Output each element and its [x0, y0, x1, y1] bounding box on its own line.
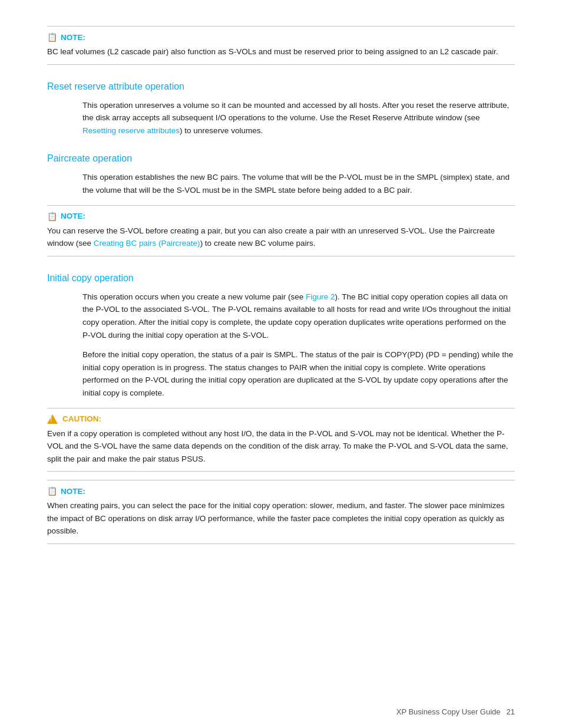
note-label-1: 📋 NOTE:: [47, 32, 515, 42]
page: 📋 NOTE: BC leaf volumes (L2 cascade pair…: [0, 0, 562, 728]
section-paircreate-body: This operation establishes the new BC pa…: [82, 171, 515, 196]
resetting-reserve-attributes-link[interactable]: Resetting reserve attributes: [82, 126, 180, 135]
section-heading-reset: Reset reserve attribute operation: [47, 81, 515, 92]
caution-triangle-icon: [47, 414, 58, 424]
footer-text: XP Business Copy User Guide: [396, 707, 501, 716]
note-label-3: 📋 NOTE:: [47, 486, 515, 496]
caution-label-text: CAUTION:: [62, 414, 101, 423]
caution-label: CAUTION:: [47, 414, 515, 424]
note-label-text-2: NOTE:: [61, 212, 85, 220]
note-icon-2: 📋: [47, 212, 57, 221]
section-initial-para1: This operation occurs when you create a …: [82, 291, 515, 341]
note-box-1: 📋 NOTE: BC leaf volumes (L2 cascade pair…: [47, 26, 515, 65]
note-content-3: When creating pairs, you can select the …: [47, 499, 515, 538]
note-icon-3: 📋: [47, 486, 57, 496]
section-reset-body: This operation unreserves a volume so it…: [82, 99, 515, 137]
note-box-3: 📋 NOTE: When creating pairs, you can sel…: [47, 480, 515, 544]
note-icon-1: 📋: [47, 32, 57, 42]
note-label-text-1: NOTE:: [61, 33, 85, 42]
section-heading-initial: Initial copy operation: [47, 273, 515, 284]
note-label-text-3: NOTE:: [61, 487, 85, 496]
page-number: 21: [507, 707, 515, 716]
initial-para1-before: This operation occurs when you create a …: [82, 292, 306, 301]
note-label-2: 📋 NOTE:: [47, 212, 515, 221]
caution-content: Even if a copy operation is completed wi…: [47, 427, 515, 466]
caution-box: CAUTION: Even if a copy operation is com…: [47, 408, 515, 472]
section-reset-body-text: This operation unreserves a volume so it…: [82, 101, 509, 123]
note-content-2: You can reserve the S-VOL before creatin…: [47, 225, 515, 250]
section-heading-paircreate: Paircreate operation: [47, 153, 515, 164]
section-reset-body-after: ) to unreserve volumes.: [180, 126, 263, 135]
footer: XP Business Copy User Guide 21: [396, 707, 515, 716]
note-content-1: BC leaf volumes (L2 cascade pair) also f…: [47, 45, 515, 58]
creating-bc-pairs-link[interactable]: Creating BC pairs (Paircreate): [94, 239, 200, 248]
section-initial-para2: Before the initial copy operation, the s…: [82, 348, 515, 399]
figure2-link[interactable]: Figure 2: [306, 292, 335, 301]
note2-content-after: ) to create new BC volume pairs.: [200, 239, 316, 248]
note-box-2: 📋 NOTE: You can reserve the S-VOL before…: [47, 205, 515, 256]
